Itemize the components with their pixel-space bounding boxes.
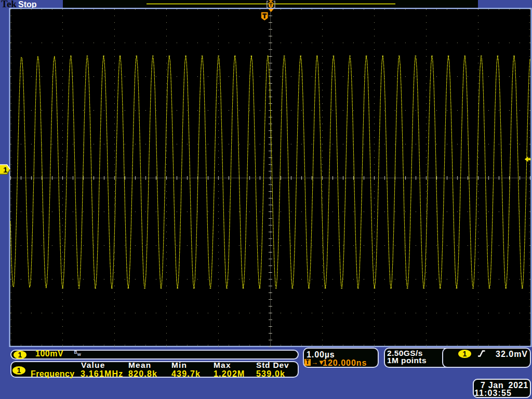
svg-text:1: 1	[3, 165, 7, 174]
